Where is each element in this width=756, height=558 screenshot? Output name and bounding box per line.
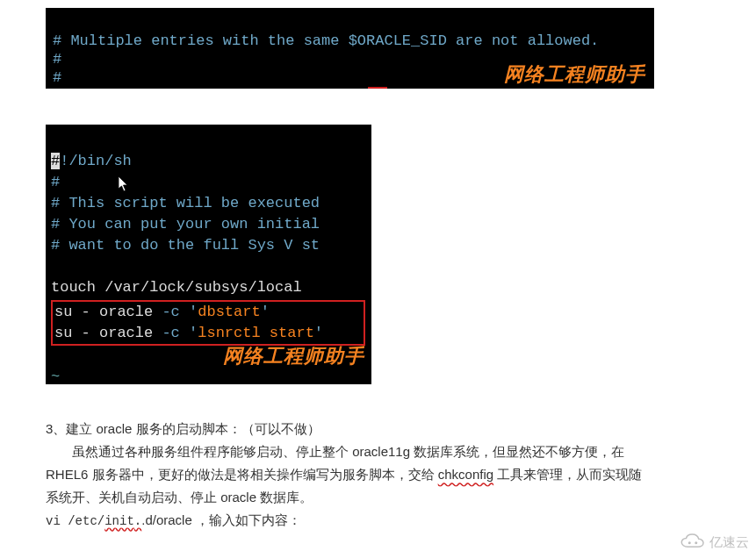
- touch-cmd: touch /var/lock/subsys/local: [51, 279, 302, 296]
- paragraph: vi /etc/init..d/oracle ，输入如下内容：: [46, 509, 643, 533]
- watermark-label: 网络工程师助手: [223, 346, 364, 367]
- vi-tilde: ~: [51, 368, 60, 384]
- spellcheck-word: init: [104, 514, 134, 528]
- step-3-heading: 3、建立 oracle 服务的启动脚本：（可以不做）: [46, 418, 643, 440]
- text-run: .d/oracle ，输入如下内容：: [141, 512, 301, 527]
- su-cmd-2: su - oracle: [54, 325, 162, 341]
- cloud-icon: [680, 533, 706, 551]
- comment-line: # You can put your own initial: [51, 216, 320, 232]
- terminal-oratab: # Multiple entries with the same $ORACLE…: [46, 8, 654, 89]
- su-cmd-1: su - oracle: [54, 304, 162, 320]
- highlighted-commands: su - oracle -c 'dbstart' su - oracle -c …: [51, 300, 365, 346]
- oratab-line1: # Multiple entries with the same $ORACLE…: [53, 32, 599, 49]
- spellcheck-dot: .: [134, 514, 141, 528]
- quote-tail: ': [314, 325, 323, 341]
- oratab-line3: #: [53, 69, 61, 86]
- hash-highlight: #: [51, 153, 60, 169]
- lsnrctl-cmd: lsnrctl start: [198, 325, 314, 341]
- oratab-autostart-flag: Y: [368, 87, 387, 89]
- watermark-label: 网络工程师助手: [504, 65, 645, 83]
- su-opt-2: -c ': [162, 325, 198, 341]
- site-name: 亿速云: [709, 534, 749, 551]
- site-watermark: 亿速云: [680, 533, 749, 551]
- svg-point-1: [695, 541, 697, 544]
- paragraph: 虽然通过各种服务组件程序能够启动、停止整个 oracle11g 数据库系统，但显…: [46, 440, 643, 509]
- dbstart-cmd: dbstart: [198, 304, 260, 320]
- code-run: vi /etc/: [46, 514, 104, 528]
- oratab-line2: #: [53, 51, 61, 68]
- quote-tail: ': [261, 304, 270, 320]
- comment-line: #: [51, 174, 60, 190]
- terminal-rclocal: #!/bin/sh # # This script will be execut…: [46, 125, 371, 384]
- shebang: !/bin/sh: [60, 153, 132, 169]
- svg-point-0: [688, 541, 691, 544]
- article-body: 3、建立 oracle 服务的启动脚本：（可以不做） 虽然通过各种服务组件程序能…: [46, 418, 643, 533]
- comment-line: # This script will be executed: [51, 195, 320, 211]
- spellcheck-word: chkconfig: [438, 467, 493, 482]
- comment-line: # want to do the full Sys V st: [51, 237, 320, 254]
- su-opt-1: -c ': [162, 304, 198, 320]
